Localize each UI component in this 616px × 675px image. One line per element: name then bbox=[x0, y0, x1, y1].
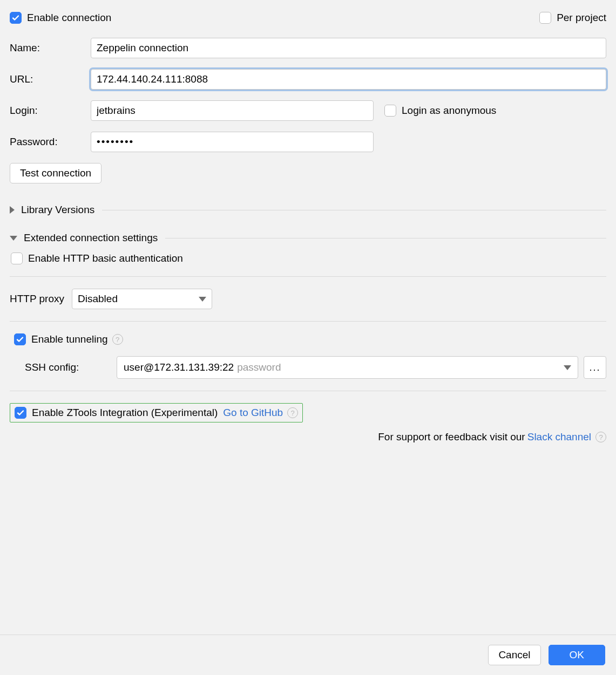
per-project-label: Per project bbox=[557, 12, 606, 24]
name-input[interactable] bbox=[91, 38, 606, 58]
enable-tunneling-label: Enable tunneling bbox=[31, 333, 108, 345]
per-project-checkbox[interactable] bbox=[539, 12, 551, 24]
enable-ztools-label: Enable ZTools Integration (Experimental) bbox=[32, 407, 218, 419]
chevron-down-icon bbox=[10, 236, 17, 241]
name-label: Name: bbox=[10, 42, 91, 54]
enable-ztools-checkbox[interactable] bbox=[15, 407, 26, 419]
enable-tunneling-checkbox[interactable] bbox=[14, 333, 26, 345]
support-text: For support or feedback visit our bbox=[378, 431, 525, 443]
enable-connection-checkbox[interactable] bbox=[10, 12, 22, 24]
http-proxy-value: Disabled bbox=[78, 293, 118, 305]
ztools-highlight: Enable ZTools Integration (Experimental)… bbox=[10, 403, 303, 422]
slack-channel-link[interactable]: Slack channel bbox=[527, 431, 591, 443]
chevron-right-icon bbox=[10, 206, 15, 214]
test-connection-button[interactable]: Test connection bbox=[10, 163, 101, 183]
chevron-down-icon bbox=[564, 365, 571, 370]
library-versions-section[interactable]: Library Versions bbox=[10, 204, 606, 216]
login-label: Login: bbox=[10, 105, 91, 117]
divider bbox=[10, 391, 606, 391]
go-to-github-link[interactable]: Go to GitHub bbox=[223, 407, 283, 419]
library-versions-title: Library Versions bbox=[21, 204, 94, 216]
url-input[interactable] bbox=[91, 69, 606, 90]
enable-connection-label: Enable connection bbox=[27, 12, 111, 24]
divider bbox=[165, 238, 606, 238]
help-icon[interactable]: ? bbox=[112, 334, 123, 345]
ssh-config-select[interactable]: user@172.31.131.39:22 password bbox=[117, 356, 578, 379]
divider bbox=[102, 210, 606, 210]
http-proxy-select[interactable]: Disabled bbox=[72, 289, 212, 309]
help-icon[interactable]: ? bbox=[595, 432, 606, 442]
enable-http-basic-label: Enable HTTP basic authentication bbox=[28, 253, 183, 264]
ssh-config-value: user@172.31.131.39:22 bbox=[124, 362, 234, 373]
dialog-footer: Cancel OK bbox=[0, 635, 616, 675]
password-label: Password: bbox=[10, 136, 91, 148]
ssh-config-hint: password bbox=[237, 362, 281, 373]
divider bbox=[10, 321, 606, 322]
ok-button[interactable]: OK bbox=[549, 645, 605, 665]
url-label: URL: bbox=[10, 73, 91, 85]
http-proxy-label: HTTP proxy bbox=[10, 293, 64, 305]
chevron-down-icon bbox=[199, 297, 206, 302]
login-input[interactable] bbox=[91, 100, 374, 121]
settings-panel: Enable connection Per project Name: URL:… bbox=[0, 0, 616, 443]
login-anonymous-label: Login as anonymous bbox=[402, 105, 496, 117]
ssh-config-label: SSH config: bbox=[25, 362, 117, 373]
cancel-button[interactable]: Cancel bbox=[488, 645, 540, 665]
password-input[interactable] bbox=[91, 132, 374, 152]
login-anonymous-checkbox[interactable] bbox=[384, 105, 396, 117]
enable-http-basic-checkbox[interactable] bbox=[11, 253, 23, 264]
help-icon[interactable]: ? bbox=[287, 407, 298, 418]
extended-settings-section[interactable]: Extended connection settings bbox=[10, 232, 606, 244]
extended-settings-title: Extended connection settings bbox=[24, 232, 158, 244]
ssh-config-browse-button[interactable]: ... bbox=[584, 356, 606, 379]
divider bbox=[10, 276, 606, 277]
